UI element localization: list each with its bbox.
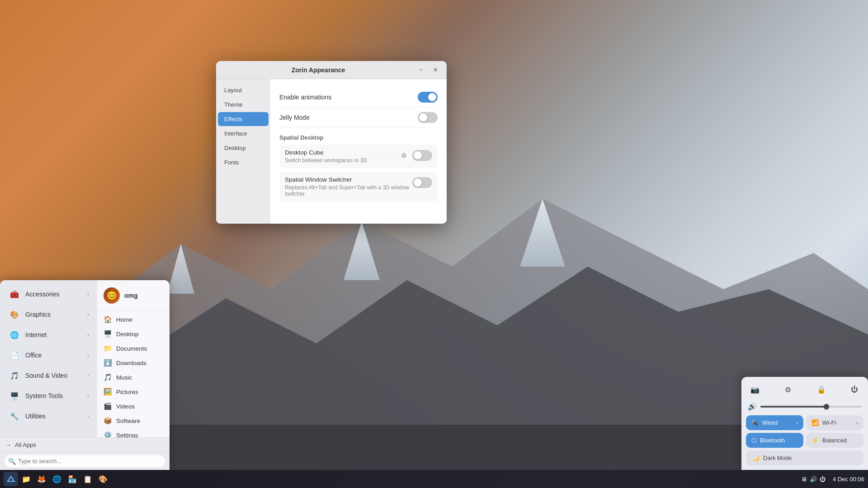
search-icon: 🔍 (8, 458, 16, 465)
search-input[interactable] (5, 455, 165, 467)
videos-icon: 🎬 (104, 402, 112, 410)
minimize-button[interactable]: − (415, 64, 427, 76)
settings-button[interactable]: ⚙ (781, 382, 795, 397)
desktop-cube-toggle[interactable] (412, 150, 432, 161)
music-icon: 🎵 (104, 373, 112, 381)
downloads-icon: ⬇️ (104, 359, 112, 367)
spatial-switcher-controls (412, 177, 432, 188)
sidebar-item-accessories[interactable]: 🧰 Accessories › (3, 284, 94, 304)
taskbar-right: 🖥 🔊 ⏻ 4 Dec 00:06 (801, 476, 864, 483)
balanced-icon: ⚡ (811, 437, 819, 444)
right-item-videos[interactable]: 🎬 Videos (97, 399, 170, 413)
dark-mode-button[interactable]: 🌙 Dark Mode (746, 450, 863, 465)
desktop-cube-gear[interactable]: ⚙ (399, 150, 409, 160)
bluetooth-icon: ⬡ (751, 437, 756, 444)
sidebar-item-utilities[interactable]: 🔧 Utilities › (3, 406, 94, 426)
office-icon: 📄 (8, 349, 21, 361)
taskbar-browser-button[interactable]: 🌐 (50, 472, 64, 486)
office-label: Office (25, 352, 42, 359)
downloads-label: Downloads (116, 360, 146, 366)
lock-button[interactable]: 🔒 (814, 382, 829, 397)
taskbar-power-icon[interactable]: ⏻ (820, 476, 826, 483)
balanced-button[interactable]: ⚡ Balanced (806, 433, 863, 448)
dark-mode-icon: 🌙 (752, 455, 760, 461)
desktop-cube-title: Desktop Cube (285, 149, 399, 156)
app-search-bar: 🔍 (0, 452, 170, 470)
jelly-mode-row: Jelly Mode (279, 108, 438, 128)
sidebar-item-internet[interactable]: 🌐 Internet › (3, 325, 94, 345)
user-name: omg (124, 292, 138, 299)
bluetooth-button[interactable]: ⬡ Bluetooth (746, 433, 803, 448)
screenshot-button[interactable]: 📷 (748, 382, 762, 397)
system-tools-label: System Tools (25, 392, 63, 399)
wifi-button[interactable]: 📶 Wi-Fi › (806, 415, 863, 430)
nav-item-interface[interactable]: Interface (218, 127, 269, 141)
software-icon: 📦 (104, 417, 112, 425)
sidebar-item-sound-video[interactable]: 🎵 Sound & Video › (3, 366, 94, 385)
zorin-menu-button[interactable] (4, 472, 18, 486)
right-item-documents[interactable]: 📁 Documents (97, 341, 170, 356)
accessories-label: Accessories (25, 291, 59, 298)
all-apps-button[interactable]: → All Apps (0, 437, 170, 452)
taskbar-screen-icon[interactable]: 🖥 (801, 476, 807, 483)
desktop-icon: 🖥️ (104, 330, 112, 338)
svg-marker-6 (8, 477, 14, 482)
sidebar-item-office[interactable]: 📄 Office › (3, 345, 94, 365)
volume-row: 🔊 (746, 400, 863, 415)
right-item-settings[interactable]: ⚙️ Settings (97, 428, 170, 437)
taskbar-notes-button[interactable]: 📋 (80, 472, 95, 486)
nav-item-fonts[interactable]: Fonts (218, 155, 269, 169)
documents-icon: 📁 (104, 344, 112, 352)
taskbar-store-button[interactable]: 🏪 (65, 472, 80, 486)
right-item-music[interactable]: 🎵 Music (97, 370, 170, 385)
window-content: Enable animations Jelly Mode Spatial Des… (270, 79, 447, 224)
jelly-mode-toggle[interactable] (418, 112, 438, 123)
sidebar-item-graphics[interactable]: 🎨 Graphics › (3, 305, 94, 324)
taskbar-firefox-button[interactable]: 🦊 (34, 472, 49, 486)
wifi-arrow: › (856, 420, 858, 426)
accessories-arrow: › (87, 291, 89, 297)
right-item-desktop[interactable]: 🖥️ Desktop (97, 327, 170, 341)
taskbar: 📁 🦊 🌐 🏪 📋 🎨 🖥 🔊 ⏻ 4 Dec 00:06 (0, 470, 868, 488)
desktop-label: Desktop (116, 331, 139, 338)
window-controls: − ✕ (415, 64, 441, 76)
sys-tray-panel: 📷 ⚙ 🔒 ⏻ 🔊 🔌 Wired › 📶 Wi-Fi › ⬡ Bluetoot… (741, 377, 868, 470)
power-button[interactable]: ⏻ (847, 382, 862, 397)
toggle-knob-2 (419, 113, 427, 122)
wifi-icon: 📶 (811, 419, 819, 426)
volume-slider[interactable] (760, 406, 862, 408)
videos-label: Videos (116, 403, 135, 410)
right-item-software[interactable]: 📦 Software (97, 413, 170, 428)
home-icon: 🏠 (104, 315, 112, 324)
nav-item-effects[interactable]: Effects (218, 112, 269, 126)
app-sidebar: 🧰 Accessories › 🎨 Graphics › 🌐 Internet … (0, 280, 97, 437)
graphics-arrow: › (87, 311, 89, 318)
music-label: Music (116, 374, 132, 381)
app-menu-main: 🧰 Accessories › 🎨 Graphics › 🌐 Internet … (0, 280, 170, 437)
nav-item-desktop[interactable]: Desktop (218, 141, 269, 155)
wired-icon: 🔌 (751, 419, 759, 426)
right-item-home[interactable]: 🏠 Home (97, 312, 170, 327)
right-item-pictures[interactable]: 🖼️ Pictures (97, 385, 170, 399)
nav-item-theme[interactable]: Theme (218, 98, 269, 112)
enable-animations-toggle[interactable] (418, 92, 438, 103)
sound-video-arrow: › (87, 372, 89, 379)
volume-knob (824, 404, 829, 409)
wired-button[interactable]: 🔌 Wired › (746, 415, 803, 430)
nav-item-layout[interactable]: Layout (218, 83, 269, 97)
taskbar-left: 📁 🦊 🌐 🏪 📋 🎨 (4, 472, 110, 486)
taskbar-volume-icon[interactable]: 🔊 (810, 476, 817, 483)
close-button[interactable]: ✕ (429, 64, 441, 76)
graphics-icon: 🎨 (8, 308, 21, 321)
taskbar-files-button[interactable]: 📁 (19, 472, 33, 486)
internet-icon: 🌐 (8, 328, 21, 341)
taskbar-color-button[interactable]: 🎨 (96, 472, 110, 486)
sidebar-item-system-tools[interactable]: 🖥️ System Tools › (3, 386, 94, 406)
spatial-switcher-info: Spatial Window Switcher Replaces Alt+Tab… (285, 176, 412, 197)
spatial-switcher-toggle[interactable] (412, 177, 432, 188)
home-label: Home (116, 316, 132, 323)
wired-label: Wired (762, 419, 778, 426)
pictures-label: Pictures (116, 389, 138, 395)
spatial-switcher-title: Spatial Window Switcher (285, 176, 412, 183)
right-item-downloads[interactable]: ⬇️ Downloads (97, 356, 170, 370)
